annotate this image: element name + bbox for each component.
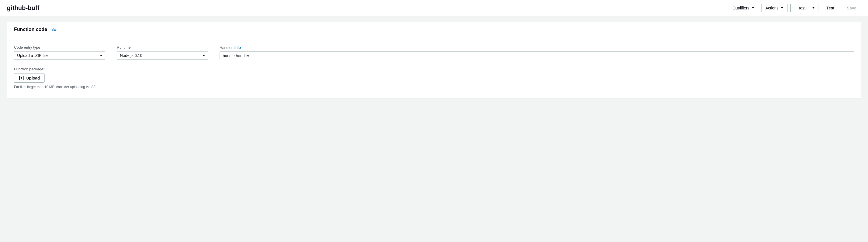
env-value: test [795,6,810,10]
qualifiers-label: Qualifiers [733,6,749,10]
chevron-down-icon [812,7,815,8]
save-button[interactable]: Save [842,4,861,12]
code-entry-type-group: Code entry type Upload a .ZIP file [14,45,105,60]
env-select[interactable]: test [790,4,819,12]
handler-input[interactable] [220,52,854,60]
page-title: github-buff [7,4,39,12]
test-button[interactable]: Test [822,4,839,12]
chevron-down-icon [100,55,102,56]
chevron-down-icon [203,55,205,56]
main-content: Function code Info Code entry type Uploa… [0,16,868,104]
chevron-down-icon [781,7,783,8]
code-entry-type-value: Upload a .ZIP file [17,53,48,58]
function-package-label: Function package* [14,67,854,71]
function-package-group: Function package* Upload For files large… [14,67,854,89]
card-info-link[interactable]: Info [50,27,56,32]
handler-label-row: Handler Info [220,45,854,50]
form-row-main: Code entry type Upload a .ZIP file Runti… [14,45,854,60]
code-entry-type-label: Code entry type [14,45,105,50]
handler-info-link[interactable]: Info [235,45,241,50]
function-code-card: Function code Info Code entry type Uploa… [7,22,861,99]
runtime-select[interactable]: Node.js 6.10 [117,51,208,60]
header: github-buff Qualifiers Actions test Test… [0,0,868,16]
actions-label: Actions [766,6,779,10]
card-header: Function code Info [7,22,861,37]
runtime-group: Runtime Node.js 6.10 [117,45,208,60]
card-title: Function code [14,27,47,32]
code-entry-type-select[interactable]: Upload a .ZIP file [14,51,105,60]
actions-button[interactable]: Actions [761,4,787,12]
upload-hint: For files larger than 10 MB, consider up… [14,85,854,89]
upload-label: Upload [26,76,40,80]
runtime-value: Node.js 6.10 [120,53,143,58]
handler-label: Handler [220,46,233,50]
handler-group: Handler Info [220,45,854,60]
upload-button[interactable]: Upload [14,74,44,83]
runtime-label: Runtime [117,45,208,50]
card-body: Code entry type Upload a .ZIP file Runti… [7,37,861,98]
header-actions: Qualifiers Actions test Test Save [728,4,861,12]
upload-icon [19,76,24,81]
chevron-down-icon [752,7,754,8]
qualifiers-button[interactable]: Qualifiers [728,4,758,12]
